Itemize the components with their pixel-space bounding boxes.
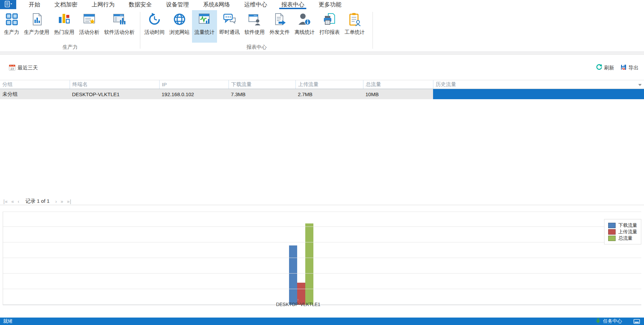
ribbon-button-productivity[interactable]: 生产力	[2, 10, 22, 43]
monitor-tray-icon[interactable]	[634, 319, 640, 324]
print-report-icon	[323, 13, 336, 26]
ribbon-button-active-time[interactable]: 活动时间	[142, 10, 167, 43]
work-order-icon	[348, 13, 361, 26]
first-record-button[interactable]: |«	[2, 199, 9, 204]
gridline	[3, 289, 641, 289]
task-center-label: 任务中心	[603, 318, 622, 324]
ribbon-button-software-usage[interactable]: 软件使用	[242, 10, 267, 43]
tab-system-network[interactable]: 系统&网络	[196, 0, 237, 9]
traffic-stats-icon	[198, 13, 211, 26]
column-header-total[interactable]: 总流量	[363, 80, 433, 89]
cell-group: 未分组	[0, 89, 70, 99]
tab-more-features[interactable]: 更多功能	[311, 0, 349, 9]
ribbon-group-productivity: 生产力 生产力使用	[0, 9, 140, 51]
menu-tabs: 开始 文档加密 上网行为 数据安全 设备管理 系统&网络 运维中心 报表中心 更…	[22, 0, 349, 9]
next-page-button[interactable]: »	[59, 199, 65, 204]
cell-history	[433, 89, 644, 99]
traffic-bar-chart: DESKTOP-VLKTLE1 下载流量 上传流量 总流量	[0, 205, 644, 318]
column-header-download[interactable]: 下载流量	[229, 80, 295, 89]
record-count-label: 记录 1 of 1	[25, 198, 50, 204]
x-axis-tick	[298, 299, 298, 301]
software-activity-icon	[113, 13, 126, 26]
ribbon-group-label: 生产力	[0, 44, 140, 50]
column-header-upload[interactable]: 上传流量	[295, 80, 363, 89]
tab-device-management[interactable]: 设备管理	[159, 0, 196, 9]
column-header-history-label: 历史流量	[436, 81, 456, 88]
tab-web-behavior[interactable]: 上网行为	[85, 0, 122, 9]
app-menu-button[interactable]	[0, 0, 16, 9]
table-header-row: 分组 终端名 IP 下载流量 上传流量 总流量 历史流量	[0, 80, 644, 89]
legend-item-total: 总流量	[608, 235, 641, 241]
export-button[interactable]: 导出	[620, 64, 639, 71]
download-arrow-icon	[595, 318, 601, 325]
ribbon-button-activity-analysis[interactable]: 活动分析	[77, 10, 102, 43]
ribbon: 生产力 生产力使用	[0, 9, 644, 51]
svg-text:23: 23	[10, 67, 14, 70]
refresh-button[interactable]: 刷新	[596, 64, 614, 71]
ribbon-button-work-order-stats[interactable]: 工单统计	[342, 10, 367, 43]
gridline	[3, 258, 641, 258]
gridline	[3, 273, 641, 274]
record-navigator: |« « ‹ 记录 1 of 1 › » »|	[0, 198, 644, 205]
ribbon-button-hot-apps[interactable]: 热门应用	[52, 10, 77, 43]
tab-doc-encryption[interactable]: 文档加密	[47, 0, 85, 9]
ribbon-button-instant-messaging[interactable]: 即时通讯	[217, 10, 242, 43]
ribbon-button-software-activity-analysis[interactable]: 软件活动分析	[102, 10, 137, 43]
tab-report-center[interactable]: 报表中心	[274, 0, 311, 9]
ribbon-button-label: 流量统计	[194, 29, 215, 36]
ribbon-button-label: 软件使用	[244, 29, 265, 36]
ribbon-button-label: 打印报表	[319, 29, 340, 36]
ribbon-button-print-report[interactable]: 打印报表	[317, 10, 342, 43]
task-center-button[interactable]: 任务中心	[595, 318, 622, 325]
legend-label: 上传流量	[618, 229, 637, 235]
tab-ops-center[interactable]: 运维中心	[237, 0, 274, 9]
legend-label: 下载流量	[618, 222, 637, 229]
app-window: { "menubar": { "tabs": ["开始","文档加密","上网行…	[0, 0, 644, 325]
ribbon-button-offline-stats[interactable]: 离线统计	[292, 10, 317, 43]
legend-item-upload: 上传流量	[608, 229, 641, 235]
x-axis-category-label: DESKTOP-VLKTLE1	[264, 302, 332, 307]
ribbon-button-productivity-usage[interactable]: 生产力使用	[22, 10, 52, 43]
ribbon-button-label: 活动时间	[144, 29, 165, 36]
ribbon-button-label: 工单统计	[344, 29, 365, 36]
column-header-group[interactable]: 分组	[0, 80, 70, 89]
outgoing-file-icon	[273, 13, 286, 26]
offline-stats-icon	[298, 13, 311, 26]
last-record-button[interactable]: »|	[65, 199, 73, 204]
instant-message-icon	[223, 13, 236, 26]
tab-data-security[interactable]: 数据安全	[122, 0, 159, 9]
ribbon-button-label: 外发文件	[269, 29, 290, 36]
bar-group	[289, 223, 313, 305]
date-range-label: 最近三天	[18, 65, 38, 71]
history-traffic-bar	[433, 89, 644, 99]
cell-download: 7.3MB	[229, 89, 295, 99]
legend-label: 总流量	[618, 235, 633, 241]
ribbon-button-browse-website[interactable]: 浏览网站	[167, 10, 192, 43]
column-header-terminal[interactable]: 终端名	[70, 80, 159, 89]
column-header-ip[interactable]: IP	[159, 80, 229, 89]
table-row[interactable]: 未分组 DESKTOP-VLKTLE1 192.168.0.102 7.3MB …	[0, 89, 644, 99]
cell-ip: 192.168.0.102	[159, 89, 229, 99]
export-label: 导出	[628, 65, 639, 71]
status-bar-right: 任务中心	[595, 318, 640, 325]
software-usage-icon	[248, 13, 261, 26]
column-chooser-caret-icon[interactable]	[638, 84, 642, 86]
column-header-history[interactable]: 历史流量	[433, 80, 644, 89]
date-range-filter[interactable]: 23 最近三天	[9, 64, 38, 72]
ribbon-button-traffic-stats[interactable]: 流量统计	[192, 10, 217, 43]
ribbon-button-label: 活动分析	[79, 29, 99, 36]
cell-total: 10MB	[363, 89, 433, 99]
next-record-button[interactable]: ›	[54, 199, 59, 204]
ribbon-button-label: 生产力	[4, 29, 19, 36]
legend-item-download: 下载流量	[608, 222, 641, 229]
prev-page-button[interactable]: «	[9, 199, 16, 204]
prev-record-button[interactable]: ‹	[16, 199, 21, 204]
ribbon-button-label: 软件活动分析	[104, 29, 135, 36]
ribbon-button-outgoing-files[interactable]: 外发文件	[267, 10, 292, 43]
ribbon-bottom-divider	[0, 51, 644, 55]
traffic-table: 分组 终端名 IP 下载流量 上传流量 总流量 历史流量 未分组 DESKTOP…	[0, 80, 644, 99]
tab-start[interactable]: 开始	[22, 0, 47, 9]
refresh-icon	[596, 64, 602, 71]
bar-总流量	[305, 223, 313, 305]
journal-icon	[3, 1, 13, 9]
